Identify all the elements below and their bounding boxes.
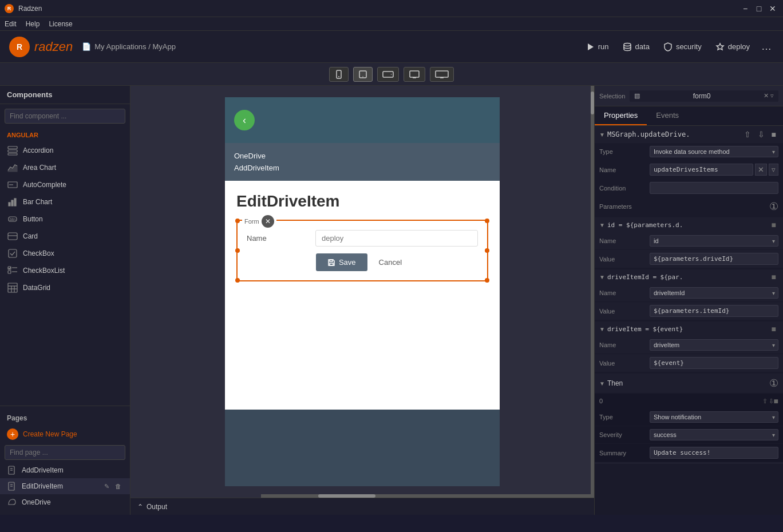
widescreen-device-button[interactable]: [430, 67, 454, 82]
close-button[interactable]: ✕: [767, 3, 778, 14]
delete-page-button[interactable]: 🗑: [113, 482, 123, 491]
condition-input[interactable]: [650, 182, 778, 194]
cancel-button[interactable]: Cancel: [372, 253, 409, 271]
tablet-device-button[interactable]: [353, 67, 373, 82]
canvas-nav: OneDrive AddDriveItem: [225, 143, 500, 181]
maximize-button[interactable]: □: [753, 3, 765, 14]
back-button[interactable]: ‹: [234, 110, 255, 130]
app-icon: R: [5, 4, 14, 13]
selection-clear-button[interactable]: ✕: [764, 92, 769, 100]
then-severity-select[interactable]: success: [650, 429, 778, 440]
mobile-device-button[interactable]: [329, 67, 349, 82]
param-driveitem-delete[interactable]: ■: [769, 324, 778, 334]
edit-page-button[interactable]: ✎: [102, 482, 111, 491]
checkboxlist-label: CheckBoxList: [23, 267, 65, 275]
deploy-button[interactable]: deploy: [711, 40, 754, 54]
add-parameter-button[interactable]: ①: [769, 200, 778, 213]
then-header[interactable]: ▼ Then ①: [595, 374, 783, 393]
canvas-scroll[interactable]: ‹ OneDrive AddDriveItem EditDriveItem: [130, 86, 594, 498]
field-input[interactable]: [315, 230, 478, 247]
expand-down-button[interactable]: ⇩: [756, 129, 767, 140]
component-item-card[interactable]: Card: [0, 228, 130, 245]
type-label: Type: [599, 148, 645, 155]
panel-tabs: Properties Events: [595, 106, 783, 126]
menu-help[interactable]: Help: [26, 20, 40, 28]
component-item-accordion[interactable]: Accordion: [0, 142, 130, 159]
main-toolbar: R radzen 📄 My Applications / MyApp run d…: [0, 31, 783, 63]
param-driveitemid-header[interactable]: ▼ driveItemId = ${par. ■: [595, 269, 783, 284]
then-add-button[interactable]: ①: [769, 377, 778, 390]
param-driveitem-header[interactable]: ▼ driveItem = ${event} ■: [595, 321, 783, 336]
name-clear-button[interactable]: ✕: [755, 164, 767, 176]
param-driveitemid-name-select[interactable]: driveItemId: [650, 287, 778, 299]
param-driveitemid-value-label: Value: [599, 308, 645, 315]
form-delete-button[interactable]: ✕: [262, 215, 274, 228]
then-item-delete-button[interactable]: ■: [774, 396, 778, 406]
svg-rect-25: [8, 233, 17, 240]
param-driveitemid-value-input[interactable]: [650, 305, 778, 317]
save-button[interactable]: Save: [316, 253, 367, 271]
horizontal-scrollbar[interactable]: [261, 494, 594, 498]
nav-link-adddriveitem[interactable]: AddDriveItem: [234, 162, 491, 174]
msgraph-title: MSGraph.updateDrive.: [607, 130, 739, 138]
then-type-select[interactable]: Show notification: [650, 411, 778, 423]
tablet-landscape-button[interactable]: [377, 67, 399, 82]
param-driveitemid-delete[interactable]: ■: [769, 272, 778, 281]
page-item-editdriveitem[interactable]: EditDriveItem ✎ 🗑: [0, 478, 130, 494]
component-item-button[interactable]: btn Button: [0, 211, 130, 228]
run-button[interactable]: run: [581, 40, 614, 54]
output-bar[interactable]: ⌃ Output: [130, 498, 594, 515]
msgraph-section-header[interactable]: ▼ MSGraph.updateDrive. ⇧ ⇩ ■: [595, 126, 783, 143]
page-search-input[interactable]: [5, 445, 125, 460]
form-field-row: Name: [247, 230, 478, 247]
condition-value: [650, 182, 778, 194]
component-item-checkboxlist[interactable]: CheckBoxList: [0, 262, 130, 279]
menu-edit[interactable]: Edit: [5, 20, 17, 28]
param-driveitem-name-select[interactable]: driveItem: [650, 339, 778, 351]
msgraph-chevron: ▼: [599, 132, 605, 138]
component-item-bar-chart[interactable]: Bar Chart: [0, 193, 130, 211]
param-id-value-input[interactable]: [650, 253, 778, 265]
menu-license[interactable]: License: [49, 20, 72, 28]
param-id-name-select[interactable]: id: [650, 235, 778, 247]
desktop-device-button[interactable]: [404, 67, 425, 82]
create-page-button[interactable]: + Create New Page: [0, 426, 130, 443]
name-expand-button[interactable]: ▿: [769, 164, 778, 176]
canvas-inner: ‹ OneDrive AddDriveItem EditDriveItem: [225, 97, 500, 486]
nav-link-onedrive[interactable]: OneDrive: [234, 150, 491, 162]
panel-content: ▼ MSGraph.updateDrive. ⇧ ⇩ ■ Type Invoke…: [595, 126, 783, 515]
param-driveitem-value-input[interactable]: [650, 357, 778, 369]
component-item-autocomplete[interactable]: AutoComplete: [0, 176, 130, 193]
page-item-adddriveitem[interactable]: AddDriveItem: [0, 462, 130, 478]
delete-section-button[interactable]: ■: [769, 129, 778, 140]
page-item-onedrive[interactable]: OneDrive: [0, 494, 130, 510]
param-id-header[interactable]: ▼ id = ${parameters.d. ■: [595, 217, 783, 232]
then-item-up-button[interactable]: ⇧: [762, 398, 768, 405]
name-value-area: ✕ ▿: [650, 164, 778, 176]
logo-text: radzen: [34, 39, 73, 54]
component-search-input[interactable]: [5, 109, 125, 124]
tab-properties[interactable]: Properties: [595, 106, 647, 125]
component-item-checkbox[interactable]: CheckBox: [0, 245, 130, 262]
expand-up-button[interactable]: ⇧: [742, 129, 753, 140]
svg-marker-0: [588, 43, 594, 50]
save-label: Save: [339, 258, 356, 267]
param-id-delete[interactable]: ■: [769, 220, 778, 229]
security-button[interactable]: security: [659, 40, 706, 54]
pages-section: Pages + Create New Page AddDriveItem E: [0, 406, 130, 515]
more-options-button[interactable]: …: [759, 38, 774, 55]
component-item-area-chart[interactable]: Area Chart: [0, 159, 130, 176]
tab-events[interactable]: Events: [647, 106, 688, 125]
then-severity-label: Severity: [599, 431, 645, 438]
type-select[interactable]: Invoke data source method: [650, 146, 778, 157]
then-title: Then: [607, 379, 769, 387]
vertical-scrollbar[interactable]: [591, 86, 594, 498]
selection-chevron-button[interactable]: ▿: [770, 92, 774, 100]
name-input[interactable]: [650, 164, 753, 176]
then-item-down-button[interactable]: ⇩: [769, 398, 774, 405]
data-button[interactable]: data: [618, 40, 654, 54]
minimize-button[interactable]: −: [739, 3, 751, 14]
then-summary-input[interactable]: [650, 447, 778, 459]
component-item-datagrid[interactable]: DataGrid: [0, 279, 130, 296]
corner-dot-tr: [485, 219, 489, 223]
